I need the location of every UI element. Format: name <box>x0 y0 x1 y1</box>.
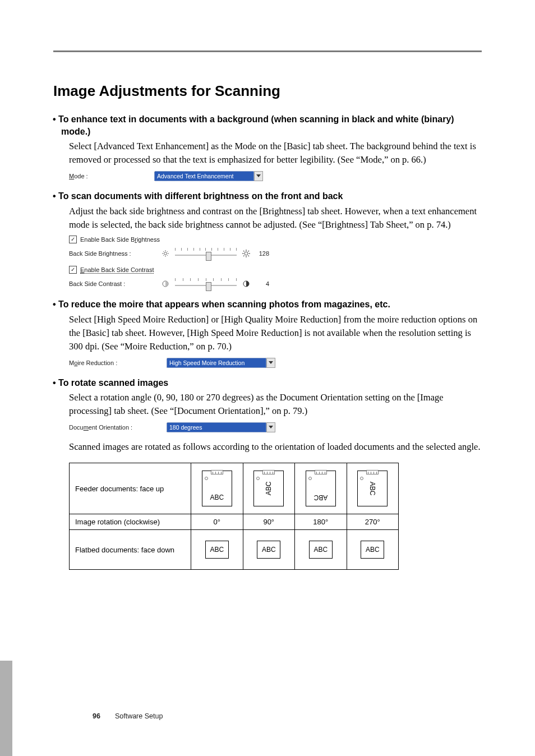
moire-combo-value: High Speed Moire Reduction <box>167 358 266 368</box>
page-number: 96 <box>93 712 100 720</box>
feeder-270-cell: ABC <box>347 463 399 514</box>
brightness-panel: ✓ Enable Back Side Brightness Back Side … <box>69 236 276 289</box>
feeder-0-cell: ABC <box>191 463 243 514</box>
svg-line-6 <box>163 251 164 252</box>
svg-line-7 <box>167 255 168 256</box>
angle-270: 270° <box>347 514 399 530</box>
enable-back-brightness-label: Enable Back Side Brightness <box>80 236 160 243</box>
svg-line-15 <box>243 251 245 252</box>
page-footer: 96Software Setup <box>93 712 163 720</box>
back-contrast-label: Back Side Contrast : <box>69 280 156 287</box>
svg-marker-21 <box>269 361 273 364</box>
left-margin-bar <box>0 661 12 756</box>
svg-line-9 <box>163 255 164 256</box>
item-body: Select [Advanced Text Enhancement] as th… <box>69 140 482 167</box>
sun-bright-icon <box>242 250 250 257</box>
chevron-down-icon[interactable] <box>266 358 275 368</box>
contrast-high-icon <box>242 280 250 288</box>
mode-label: Mode : <box>69 173 154 179</box>
flatbed-180-cell: ABC <box>295 530 347 570</box>
item-moire: To reduce the moire that appears when sc… <box>53 298 482 367</box>
item-brightness: To scan documents with different brightn… <box>53 190 482 289</box>
item-heading: To rotate scanned images <box>61 377 482 389</box>
svg-point-10 <box>245 252 248 255</box>
moire-label: Moire Reduction : <box>69 359 167 366</box>
footer-section: Software Setup <box>115 712 163 720</box>
item-body: Adjust the back side brightness and cont… <box>69 205 482 232</box>
mode-combo[interactable]: Advanced Text Enhancement <box>154 171 263 181</box>
svg-line-16 <box>248 256 250 257</box>
rotation-table: Feeder documents: face up ABC ABC ABC AB… <box>69 463 399 570</box>
contrast-low-icon <box>162 280 169 288</box>
angle-0: 0° <box>191 514 243 530</box>
table-row-label: Image rotation (clockwise) <box>70 514 191 530</box>
enable-back-brightness-checkbox[interactable]: ✓ <box>69 236 77 243</box>
flatbed-0-cell: ABC <box>191 530 243 570</box>
back-brightness-value: 128 <box>256 250 269 257</box>
back-contrast-value: 4 <box>256 280 269 287</box>
table-row-label: Flatbed documents: face down <box>70 530 191 570</box>
svg-line-8 <box>167 251 168 252</box>
mode-combo-strip: Mode : Advanced Text Enhancement <box>69 171 482 181</box>
flatbed-270-cell: ABC <box>347 530 399 570</box>
item-heading: To reduce the moire that appears when sc… <box>61 298 482 311</box>
item-heading: To scan documents with different brightn… <box>61 190 482 202</box>
page-title: Image Adjustments for Scanning <box>53 82 482 100</box>
svg-line-17 <box>248 251 250 252</box>
angle-180: 180° <box>295 514 347 530</box>
mode-combo-value: Advanced Text Enhancement <box>154 171 254 181</box>
chevron-down-icon[interactable] <box>266 422 275 432</box>
svg-line-18 <box>243 256 245 257</box>
svg-marker-0 <box>256 174 261 177</box>
orientation-combo-strip: Document Orientation : 180 degrees <box>69 422 482 432</box>
svg-marker-22 <box>269 426 273 428</box>
moire-combo[interactable]: High Speed Moire Reduction <box>167 358 275 368</box>
item-rotate: To rotate scanned images Select a rotati… <box>53 377 482 454</box>
feeder-180-cell: ABC <box>295 463 347 514</box>
orientation-label: Document Orientation : <box>69 424 167 431</box>
back-contrast-slider[interactable] <box>175 278 237 289</box>
orientation-combo-value: 180 degrees <box>167 422 266 432</box>
item-body-2: Scanned images are rotated as follows ac… <box>69 440 482 454</box>
item-enhance-text: To enhance text in documents with a back… <box>53 113 482 181</box>
item-body: Select [High Speed Moire Reduction] or [… <box>69 313 482 353</box>
enable-back-contrast-label: Enable Back Side Contrast <box>80 266 154 274</box>
flatbed-90-cell: ABC <box>243 530 295 570</box>
top-divider <box>53 50 482 52</box>
table-row-label: Feeder documents: face up <box>70 463 191 514</box>
svg-point-1 <box>164 252 167 255</box>
enable-back-contrast-checkbox[interactable]: ✓ <box>69 266 77 274</box>
item-body: Select a rotation angle (0, 90, 180 or 2… <box>69 391 482 418</box>
back-brightness-label: Back Side Brightness : <box>69 250 156 257</box>
orientation-combo[interactable]: 180 degrees <box>167 422 275 432</box>
item-heading: To enhance text in documents with a back… <box>61 113 482 137</box>
feeder-90-cell: ABC <box>243 463 295 514</box>
chevron-down-icon[interactable] <box>254 171 263 181</box>
back-brightness-slider[interactable] <box>175 248 237 259</box>
angle-90: 90° <box>243 514 295 530</box>
moire-combo-strip: Moire Reduction : High Speed Moire Reduc… <box>69 358 482 368</box>
sun-dim-icon <box>162 250 169 257</box>
